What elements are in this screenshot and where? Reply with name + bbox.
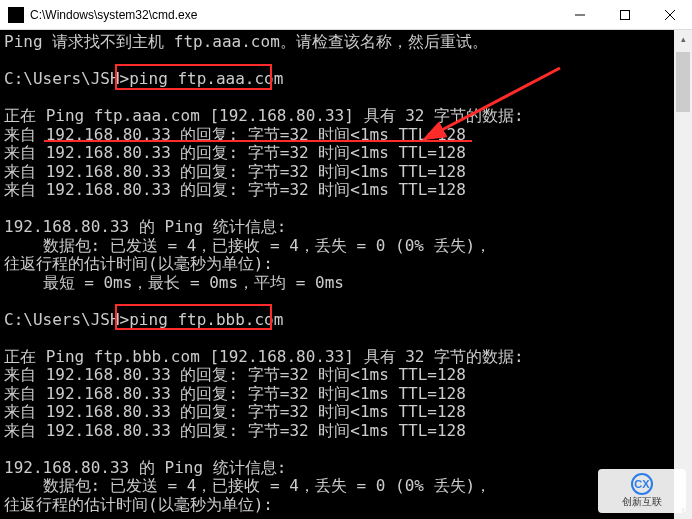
close-button[interactable]: [647, 0, 692, 30]
titlebar: C:\Windows\system32\cmd.exe: [0, 0, 692, 30]
watermark-icon: CX: [631, 473, 653, 495]
watermark-logo: CX 创新互联: [598, 469, 686, 513]
scroll-thumb[interactable]: [676, 52, 690, 112]
svg-rect-1: [620, 10, 629, 19]
window-controls: [557, 0, 692, 30]
minimize-button[interactable]: [557, 0, 602, 30]
window-title: C:\Windows\system32\cmd.exe: [30, 8, 197, 22]
scroll-up-button[interactable]: ▴: [674, 30, 692, 48]
title-left: C:\Windows\system32\cmd.exe: [0, 7, 557, 23]
cmd-icon: [8, 7, 24, 23]
cmd-window: C:\Windows\system32\cmd.exe Ping 请求找不到主机…: [0, 0, 692, 519]
vertical-scrollbar[interactable]: ▴ ▾: [674, 30, 692, 519]
watermark-text: 创新互联: [622, 495, 662, 509]
terminal-output[interactable]: Ping 请求找不到主机 ftp.aaa.com。请检查该名称，然后重试。 C:…: [0, 30, 692, 519]
maximize-button[interactable]: [602, 0, 647, 30]
